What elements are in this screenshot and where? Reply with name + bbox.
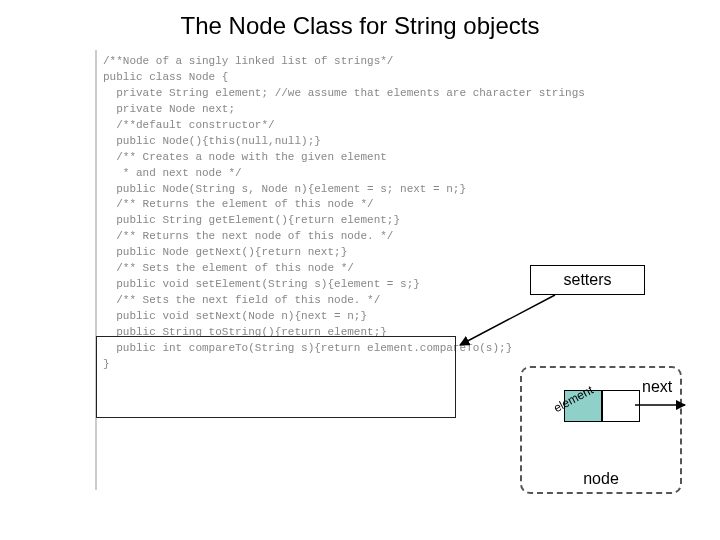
code-line: public Node(){this(null,null);} (103, 134, 655, 150)
code-line: /** Sets the next field of this node. */ (103, 293, 655, 309)
node-next-cell (602, 390, 640, 422)
code-line: /** Creates a node with the given elemen… (103, 150, 655, 166)
node-diagram: element next node (520, 366, 682, 494)
slide-title: The Node Class for String objects (0, 12, 720, 40)
code-line: public Node getNext(){return next;} (103, 245, 655, 261)
code-line: /** Returns the next node of this node. … (103, 229, 655, 245)
code-line: public String getElement(){return elemen… (103, 213, 655, 229)
next-label: next (642, 378, 672, 396)
code-line: public Node(String s, Node n){element = … (103, 182, 655, 198)
code-line: public void setNext(Node n){next = n;} (103, 309, 655, 325)
setters-label: setters (530, 265, 645, 295)
code-line: private String element; //we assume that… (103, 86, 655, 102)
code-line: public class Node { (103, 70, 655, 86)
code-line: /**default constructor*/ (103, 118, 655, 134)
code-line: /**Node of a singly linked list of strin… (103, 54, 655, 70)
node-label: node (522, 470, 680, 488)
code-line: private Node next; (103, 102, 655, 118)
code-line: * and next node */ (103, 166, 655, 182)
code-line: public int compareTo(String s){return el… (103, 341, 655, 357)
code-line: public String toString(){return element;… (103, 325, 655, 341)
code-line: /** Returns the element of this node */ (103, 197, 655, 213)
